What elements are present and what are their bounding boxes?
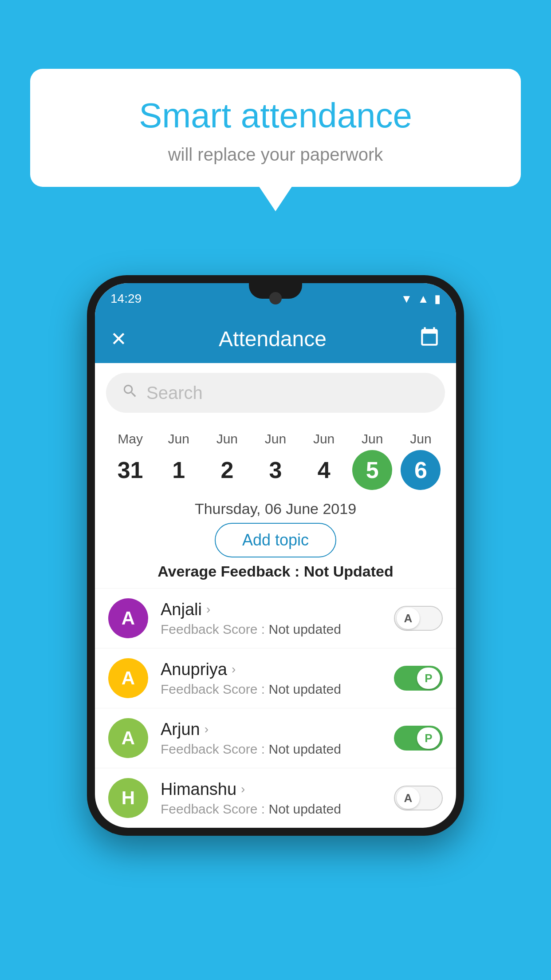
attendance-toggle[interactable]: P [394, 726, 443, 751]
status-icons: ▼ ▲ ▮ [401, 292, 441, 306]
student-info: Himanshu ›Feedback Score : Not updated [161, 780, 394, 817]
toggle-track: P [394, 726, 443, 751]
avatar: A [108, 598, 148, 638]
toggle-track: A [394, 606, 443, 631]
cal-month-label: Jun [265, 431, 286, 447]
avatar: H [108, 778, 148, 818]
avatar: A [108, 658, 148, 698]
calendar-day[interactable]: Jun3 [256, 431, 295, 490]
cal-date-number: 2 [207, 450, 247, 490]
student-name: Himanshu › [161, 780, 394, 799]
students-list: AAnjali ›Feedback Score : Not updatedAAA… [95, 588, 456, 828]
list-item[interactable]: HHimanshu ›Feedback Score : Not updatedA [95, 768, 456, 828]
avg-feedback-label: Average Feedback : [157, 563, 303, 580]
phone-screen: 14:29 ▼ ▲ ▮ ✕ Attendance [95, 283, 456, 828]
cal-date-number: 4 [304, 450, 344, 490]
cal-month-label: May [118, 431, 143, 447]
attendance-toggle[interactable]: A [394, 786, 443, 810]
app-bar-title: Attendance [219, 327, 327, 351]
student-name: Anjali › [161, 600, 394, 619]
wifi-icon: ▼ [401, 292, 413, 306]
cal-month-label: Jun [410, 431, 431, 447]
calendar-day[interactable]: Jun4 [304, 431, 344, 490]
speech-bubble: Smart attendance will replace your paper… [30, 69, 521, 187]
camera-notch [269, 292, 282, 304]
add-topic-button[interactable]: Add topic [215, 523, 336, 557]
avatar: A [108, 718, 148, 758]
student-score: Feedback Score : Not updated [161, 742, 394, 757]
phone-wrapper: 14:29 ▼ ▲ ▮ ✕ Attendance [87, 275, 464, 836]
list-item[interactable]: AArjun ›Feedback Score : Not updatedP [95, 708, 456, 768]
search-icon [122, 383, 138, 403]
student-score: Feedback Score : Not updated [161, 622, 394, 637]
attendance-toggle[interactable]: A [394, 606, 443, 631]
chevron-right-icon: › [232, 662, 236, 676]
toggle-track: A [394, 786, 443, 810]
calendar-button[interactable] [418, 325, 441, 352]
chevron-right-icon: › [206, 602, 210, 616]
toggle-track: P [394, 666, 443, 691]
status-time: 14:29 [110, 292, 142, 306]
chevron-right-icon: › [205, 722, 209, 736]
toggle-thumb: P [417, 727, 440, 749]
search-bar[interactable]: Search [106, 373, 445, 413]
cal-date-number: 6 [401, 450, 441, 490]
cal-date-number: 31 [110, 450, 150, 490]
avg-feedback-value: Not Updated [304, 563, 394, 580]
student-info: Arjun ›Feedback Score : Not updated [161, 720, 394, 757]
list-item[interactable]: AAnjali ›Feedback Score : Not updatedA [95, 588, 456, 648]
attendance-toggle[interactable]: P [394, 666, 443, 691]
student-score: Feedback Score : Not updated [161, 802, 394, 817]
toggle-thumb: P [417, 668, 440, 689]
cal-month-label: Jun [362, 431, 383, 447]
calendar-day[interactable]: Jun1 [159, 431, 199, 490]
student-info: Anjali ›Feedback Score : Not updated [161, 600, 394, 637]
selected-date-text: Thursday, 06 June 2019 [95, 500, 456, 518]
list-item[interactable]: AAnupriya ›Feedback Score : Not updatedP [95, 648, 456, 708]
cal-date-number: 1 [159, 450, 199, 490]
search-placeholder: Search [146, 383, 203, 403]
student-name: Arjun › [161, 720, 394, 739]
student-score: Feedback Score : Not updated [161, 682, 394, 697]
cal-date-number: 5 [352, 450, 392, 490]
close-button[interactable]: ✕ [110, 328, 127, 350]
signal-icon: ▲ [417, 292, 429, 306]
bubble-title: Smart attendance [52, 95, 499, 136]
app-bar: ✕ Attendance [95, 314, 456, 363]
phone-outer: 14:29 ▼ ▲ ▮ ✕ Attendance [87, 275, 464, 836]
cal-date-number: 3 [256, 450, 295, 490]
toggle-thumb: A [397, 787, 420, 809]
average-feedback: Average Feedback : Not Updated [95, 563, 456, 580]
calendar-day[interactable]: Jun5 [352, 431, 392, 490]
calendar-row: May31Jun1Jun2Jun3Jun4Jun5Jun6 [95, 423, 456, 492]
calendar-day[interactable]: Jun6 [401, 431, 441, 490]
student-name: Anupriya › [161, 660, 394, 679]
chevron-right-icon: › [241, 782, 245, 796]
status-bar: 14:29 ▼ ▲ ▮ [95, 283, 456, 314]
calendar-day[interactable]: Jun2 [207, 431, 247, 490]
toggle-thumb: A [397, 608, 420, 629]
cal-month-label: Jun [313, 431, 335, 447]
cal-month-label: Jun [168, 431, 189, 447]
bubble-subtitle: will replace your paperwork [52, 145, 499, 165]
cal-month-label: Jun [216, 431, 238, 447]
battery-icon: ▮ [434, 292, 441, 306]
calendar-day[interactable]: May31 [110, 431, 150, 490]
student-info: Anupriya ›Feedback Score : Not updated [161, 660, 394, 697]
